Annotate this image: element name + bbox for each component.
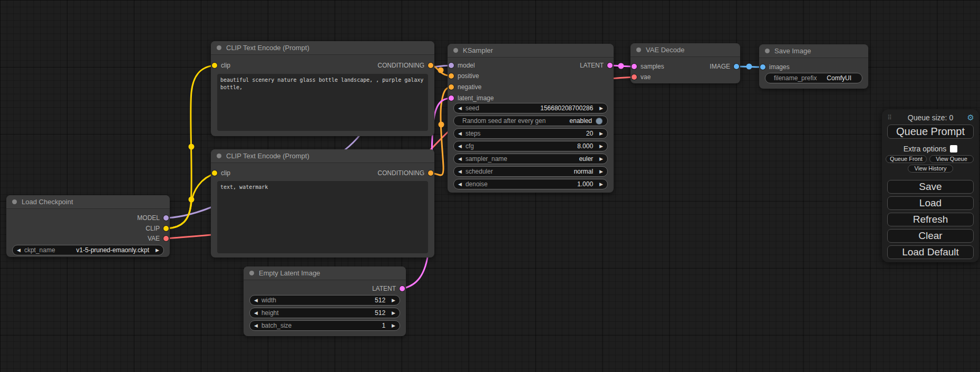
decrement-arrow-icon[interactable]: ◀	[458, 157, 462, 161]
node-load-checkpoint[interactable]: Load Checkpoint MODEL CLIP VAE ◀ ckpt_na…	[6, 195, 170, 257]
latent-port[interactable]	[607, 63, 613, 68]
decrement-arrow-icon[interactable]: ◀	[458, 131, 462, 136]
slot-label: latent_image	[458, 94, 494, 102]
increment-arrow-icon[interactable]: ▶	[392, 323, 395, 328]
conditioning-port[interactable]	[428, 63, 433, 68]
collapse-dot-icon[interactable]	[636, 47, 641, 52]
model-port[interactable]	[163, 215, 169, 221]
link-dot[interactable]	[438, 68, 444, 73]
node-titlebar[interactable]: CLIP Text Encode (Prompt)	[211, 149, 434, 163]
queue-prompt-button[interactable]: Queue Prompt	[887, 125, 974, 139]
node-ksampler[interactable]: KSampler model positive negative latent_…	[448, 44, 614, 193]
latent-port[interactable]	[632, 64, 637, 69]
node-titlebar[interactable]: Empty Latent Image	[244, 266, 406, 280]
settings-gear-icon[interactable]: ⚙	[967, 113, 974, 122]
widget-steps[interactable]: ◀ steps 20 ▶	[453, 128, 608, 139]
decrement-arrow-icon[interactable]: ◀	[17, 248, 21, 253]
collapse-dot-icon[interactable]	[249, 271, 254, 275]
decrement-arrow-icon[interactable]: ◀	[254, 323, 258, 328]
collapse-dot-icon[interactable]	[765, 49, 770, 53]
widget-batch-size[interactable]: ◀ batch_size 1 ▶	[249, 320, 400, 331]
link-dot[interactable]	[746, 64, 752, 70]
load-default-button[interactable]: Load Default	[887, 245, 974, 259]
node-clip-text-encode-positive[interactable]: CLIP Text Encode (Prompt) clip CONDITION…	[211, 41, 434, 136]
save-button[interactable]: Save	[887, 180, 974, 194]
link-dot[interactable]	[618, 63, 624, 69]
widget-filename-prefix[interactable]: filename_prefix ComfyUI	[765, 73, 862, 83]
widget-scheduler[interactable]: ◀ scheduler normal ▶	[453, 166, 608, 177]
input-slot-images: images	[759, 63, 790, 71]
node-empty-latent-image[interactable]: Empty Latent Image LATENT ◀ width 512 ▶ …	[244, 266, 406, 336]
increment-arrow-icon[interactable]: ▶	[599, 144, 603, 149]
image-port[interactable]	[760, 64, 765, 70]
widget-random-seed-toggle[interactable]: Random seed after every gen enabled	[453, 116, 608, 126]
conditioning-port[interactable]	[449, 73, 454, 79]
decrement-arrow-icon[interactable]: ◀	[458, 106, 462, 111]
link-dot[interactable]	[189, 197, 195, 203]
node-clip-text-encode-negative[interactable]: CLIP Text Encode (Prompt) clip CONDITION…	[211, 149, 434, 257]
node-graph-canvas[interactable]: Load Checkpoint MODEL CLIP VAE ◀ ckpt_na…	[0, 0, 980, 372]
node-titlebar[interactable]: Save Image	[759, 44, 868, 58]
increment-arrow-icon[interactable]: ▶	[599, 157, 603, 161]
widget-seed[interactable]: ◀ seed 156680208700286 ▶	[453, 103, 608, 113]
node-titlebar[interactable]: KSampler	[448, 44, 614, 58]
widget-denoise[interactable]: ◀ denoise 1.000 ▶	[453, 179, 608, 189]
input-slot-negative: negative	[448, 83, 481, 91]
extra-options-checkbox[interactable]	[950, 145, 957, 152]
node-titlebar[interactable]: CLIP Text Encode (Prompt)	[211, 41, 434, 55]
conditioning-port[interactable]	[428, 170, 433, 176]
widget-ckpt-name[interactable]: ◀ ckpt_name v1-5-pruned-emaonly.ckpt ▶	[12, 245, 164, 255]
model-port[interactable]	[449, 63, 454, 68]
link-dot[interactable]	[189, 144, 195, 150]
prompt-textarea[interactable]: text, watermark	[217, 181, 428, 253]
clip-port[interactable]	[212, 170, 217, 176]
clear-button[interactable]: Clear	[887, 229, 974, 243]
clip-port[interactable]	[212, 63, 217, 68]
node-titlebar[interactable]: Load Checkpoint	[6, 195, 170, 209]
widget-value: euler	[579, 155, 593, 163]
image-port[interactable]	[734, 64, 739, 69]
latent-port[interactable]	[400, 286, 405, 291]
widget-width[interactable]: ◀ width 512 ▶	[249, 295, 400, 306]
increment-arrow-icon[interactable]: ▶	[392, 298, 395, 303]
conditioning-port[interactable]	[449, 84, 454, 90]
view-history-button[interactable]: View History	[908, 165, 953, 173]
prompt-textarea[interactable]: beautiful scenery nature glass bottle la…	[217, 74, 428, 131]
load-button[interactable]: Load	[887, 196, 974, 210]
collapse-dot-icon[interactable]	[12, 199, 17, 204]
node-vae-decode[interactable]: VAE Decode samples vae IMAGE	[630, 43, 740, 83]
refresh-button[interactable]: Refresh	[887, 213, 974, 226]
link-dot[interactable]	[439, 122, 444, 128]
decrement-arrow-icon[interactable]: ◀	[458, 144, 462, 149]
node-save-image[interactable]: Save Image images filename_prefix ComfyU…	[759, 44, 868, 89]
collapse-dot-icon[interactable]	[217, 154, 221, 158]
toggle-knob-icon[interactable]	[596, 118, 603, 125]
widget-sampler-name[interactable]: ◀ sampler_name euler ▶	[453, 154, 608, 164]
output-slot-model: MODEL	[137, 214, 170, 222]
collapse-dot-icon[interactable]	[217, 45, 221, 50]
queue-front-button[interactable]: Queue Front	[886, 155, 927, 163]
increment-arrow-icon[interactable]: ▶	[392, 311, 395, 316]
widget-cfg[interactable]: ◀ cfg 8.000 ▶	[453, 141, 608, 151]
decrement-arrow-icon[interactable]: ◀	[254, 311, 258, 316]
increment-arrow-icon[interactable]: ▶	[599, 169, 603, 174]
view-queue-button[interactable]: View Queue	[929, 155, 974, 163]
decrement-arrow-icon[interactable]: ◀	[254, 298, 258, 303]
decrement-arrow-icon[interactable]: ◀	[458, 169, 462, 174]
increment-arrow-icon[interactable]: ▶	[599, 131, 603, 136]
collapse-dot-icon[interactable]	[453, 48, 458, 53]
output-slot-conditioning: CONDITIONING	[377, 61, 434, 70]
clip-port[interactable]	[163, 226, 169, 231]
widget-height[interactable]: ◀ height 512 ▶	[249, 308, 400, 318]
input-slot-positive: positive	[448, 72, 479, 80]
node-titlebar[interactable]: VAE Decode	[630, 43, 740, 57]
vae-port[interactable]	[632, 74, 637, 80]
latent-port[interactable]	[449, 96, 454, 101]
increment-arrow-icon[interactable]: ▶	[599, 182, 603, 187]
slot-label: clip	[221, 169, 230, 177]
increment-arrow-icon[interactable]: ▶	[156, 248, 159, 253]
increment-arrow-icon[interactable]: ▶	[599, 106, 603, 111]
widget-label: seed	[465, 104, 479, 112]
vae-port[interactable]	[163, 236, 169, 241]
decrement-arrow-icon[interactable]: ◀	[458, 182, 462, 187]
